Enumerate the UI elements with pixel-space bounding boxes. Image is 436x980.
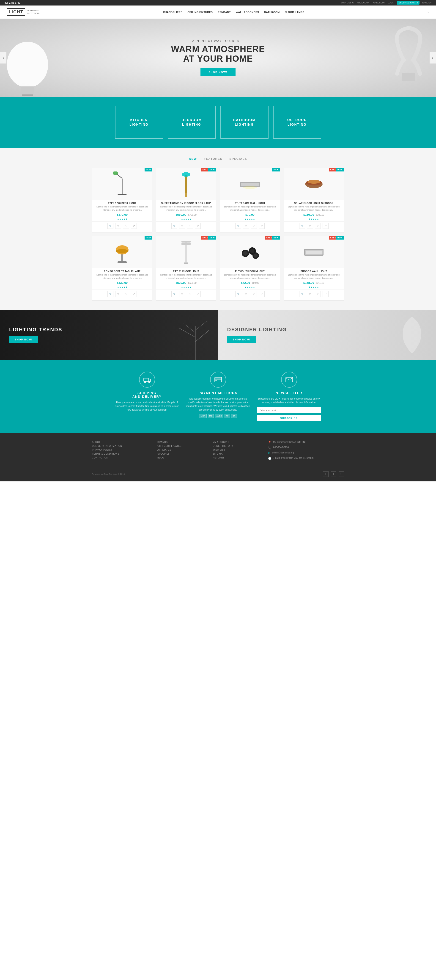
add-to-cart-button[interactable]: 🛒 xyxy=(235,223,241,229)
twitter-icon[interactable]: t xyxy=(331,471,336,477)
svg-rect-43 xyxy=(215,379,222,380)
compare-button[interactable]: ⇄ xyxy=(195,291,201,297)
footer-brands[interactable]: BRANDS xyxy=(157,441,208,443)
payment-title: PAYMENT METHODS xyxy=(186,391,250,395)
footer-contact[interactable]: CONTACT US xyxy=(92,457,153,459)
tab-featured[interactable]: FEATURED xyxy=(204,157,223,162)
add-to-cart-button[interactable]: 🛒 xyxy=(299,291,305,297)
quick-view-button[interactable]: 👁 xyxy=(115,223,121,229)
category-outdoor[interactable]: OUTDOORLIGHTING xyxy=(273,106,321,139)
product-description: Light is one of the most important eleme… xyxy=(156,274,216,280)
footer-myaccount[interactable]: MY ACCOUNT xyxy=(212,441,263,443)
tab-new[interactable]: NEW xyxy=(189,157,197,162)
hero-cta-button[interactable]: SHOP NOW! xyxy=(200,68,236,76)
nav-ceiling[interactable]: CEILING FIXTURES xyxy=(187,11,212,14)
price-old: $210.00 xyxy=(316,282,324,284)
compare-button[interactable]: ⇄ xyxy=(323,291,328,297)
price-old: $650.00 xyxy=(188,282,197,284)
add-to-cart-button[interactable]: 🛒 xyxy=(108,223,113,229)
footer-blog[interactable]: BLOG xyxy=(157,457,208,459)
wishlist-link[interactable]: WISH LIST (0) xyxy=(341,2,354,4)
wishlist-button[interactable]: ♡ xyxy=(123,291,129,297)
product-stars: ★★★★★ xyxy=(92,286,152,288)
tab-specials[interactable]: SPECIALS xyxy=(229,157,247,162)
newsletter-subscribe-button[interactable]: SUBSCRIBE xyxy=(257,415,321,422)
footer-specials[interactable]: SPECIALS xyxy=(157,452,208,455)
newsletter-email-input[interactable] xyxy=(257,407,321,413)
quick-view-button[interactable]: 👁 xyxy=(307,223,313,229)
wishlist-button[interactable]: ♡ xyxy=(251,223,257,229)
language-selector[interactable]: ENGLISH xyxy=(422,2,431,4)
footer-orders[interactable]: ORDER HISTORY xyxy=(212,445,263,447)
badge-new: NEW xyxy=(144,168,152,172)
add-to-cart-button[interactable]: 🛒 xyxy=(299,223,305,229)
compare-button[interactable]: ⇄ xyxy=(258,223,265,229)
products-section: NEW FEATURED SPECIALS NEW TYPE 1228 DESK… xyxy=(0,148,436,310)
checkout-link[interactable]: CHECKOUT xyxy=(373,2,385,4)
price-old: $200.00 xyxy=(316,214,324,216)
product-card: SALE NEW SUPERARCIMOON INDOOR FLOOR LAMP… xyxy=(156,168,216,232)
product-title: TYPE 1228 DESK LIGHT xyxy=(92,200,152,205)
search-icon[interactable]: ⌕ xyxy=(427,10,429,14)
category-bathroom[interactable]: BATHROOMLIGHTING xyxy=(220,106,268,139)
nav-wall[interactable]: WALL / SCONCES xyxy=(236,11,259,14)
add-to-cart-button[interactable]: 🛒 xyxy=(235,291,241,297)
quick-view-button[interactable]: 👁 xyxy=(307,291,313,297)
nav-pendant[interactable]: PENDANT xyxy=(218,11,231,14)
myaccount-link[interactable]: MY ACCOUNT xyxy=(357,2,371,4)
product-stars: ★★★★★ xyxy=(156,218,216,220)
add-to-cart-button[interactable]: 🛒 xyxy=(108,291,113,297)
add-to-cart-button[interactable]: 🛒 xyxy=(171,223,178,229)
svg-rect-9 xyxy=(185,175,187,193)
footer-terms[interactable]: TERMS & CONDITIONS xyxy=(92,452,153,455)
product-svg-desk-lamp xyxy=(113,172,131,197)
footer-about[interactable]: ABOUT xyxy=(92,441,153,443)
footer-delivery[interactable]: DELIVERY INFORMATION xyxy=(92,445,153,447)
compare-button[interactable]: ⇄ xyxy=(323,223,328,229)
svg-rect-5 xyxy=(122,178,122,194)
product-price: $370.00 xyxy=(92,212,152,218)
quick-view-button[interactable]: 👁 xyxy=(243,291,249,297)
wishlist-button[interactable]: ♡ xyxy=(123,223,129,229)
product-image: SALE NEW xyxy=(284,236,344,268)
info-newsletter: NEWSLETTER Subscribe to the LIGHT mailin… xyxy=(257,372,321,422)
product-svg-downlight xyxy=(239,243,260,261)
wishlist-button[interactable]: ♡ xyxy=(251,291,257,297)
category-kitchen[interactable]: KITCHENLIGHTING xyxy=(115,106,163,139)
wishlist-button[interactable]: ♡ xyxy=(315,223,321,229)
wishlist-button[interactable]: ♡ xyxy=(187,291,193,297)
promo-trends-button[interactable]: SHOP NOW! xyxy=(9,336,38,343)
newsletter-desc: Subscribe to the LIGHT mailing list to r… xyxy=(257,397,321,404)
product-svg-phobos-wall xyxy=(303,247,325,258)
footer-returns[interactable]: RETURNS xyxy=(212,457,263,459)
compare-button[interactable]: ⇄ xyxy=(195,223,201,229)
wishlist-button[interactable]: ♡ xyxy=(315,291,321,297)
quick-view-button[interactable]: 👁 xyxy=(179,291,185,297)
product-title: STUTTGART WALL LIGHT xyxy=(220,200,280,205)
googleplus-icon[interactable]: G+ xyxy=(339,471,344,477)
login-link[interactable]: LOGIN xyxy=(388,2,394,4)
nav-bathroom[interactable]: BATHROOM xyxy=(264,11,280,14)
compare-button[interactable]: ⇄ xyxy=(131,223,137,229)
compare-button[interactable]: ⇄ xyxy=(258,291,265,297)
info-section: SHIPPINGAND DELIVERY Here you can read s… xyxy=(0,360,436,433)
wishlist-button[interactable]: ♡ xyxy=(187,223,193,229)
facebook-icon[interactable]: f xyxy=(323,471,328,477)
product-actions: 🛒 👁 ♡ ⇄ xyxy=(92,290,152,298)
compare-button[interactable]: ⇄ xyxy=(131,291,137,297)
quick-view-button[interactable]: 👁 xyxy=(243,223,249,229)
category-bedroom[interactable]: BEDROOMLIGHTING xyxy=(168,106,216,139)
logo[interactable]: LIGHT LIGHTING &ELECTRICITY xyxy=(7,8,41,16)
nav-floor[interactable]: FLOOR LAMPS xyxy=(285,11,304,14)
footer-wishlist[interactable]: WISH LIST xyxy=(212,449,263,451)
quick-view-button[interactable]: 👁 xyxy=(179,223,185,229)
footer-affiliates[interactable]: AFFILIATES xyxy=(157,449,208,451)
cart-link[interactable]: SHOPPING CART: 0 xyxy=(397,1,420,5)
footer-gift[interactable]: GIFT CERTIFICATES xyxy=(157,445,208,447)
add-to-cart-button[interactable]: 🛒 xyxy=(171,291,178,297)
footer-privacy[interactable]: PRIVACY POLICY xyxy=(92,449,153,451)
quick-view-button[interactable]: 👁 xyxy=(115,291,121,297)
nav-chandeliers[interactable]: CHANDELIERS xyxy=(163,11,182,14)
footer-sitemap[interactable]: SITE MAP xyxy=(212,452,263,455)
promo-designer-button[interactable]: SHOP NOW! xyxy=(227,336,256,343)
